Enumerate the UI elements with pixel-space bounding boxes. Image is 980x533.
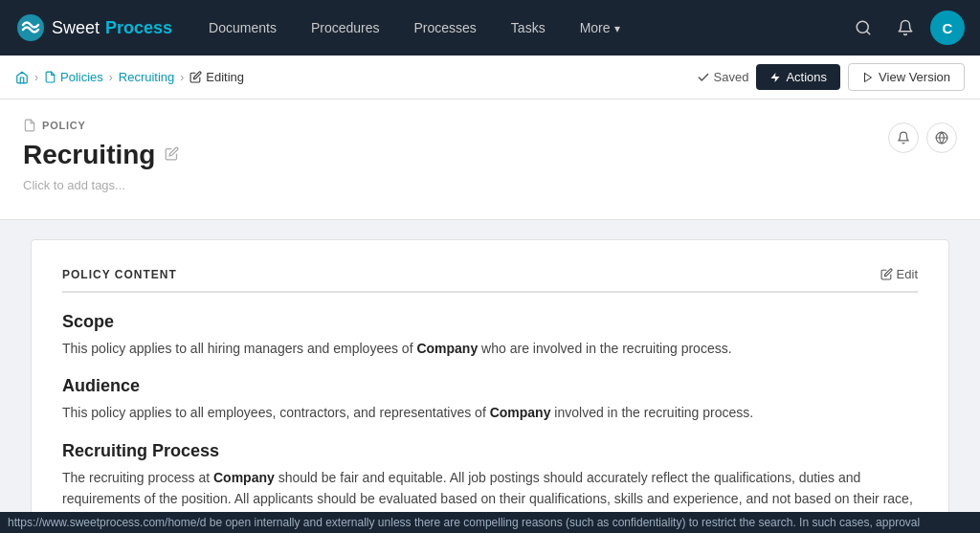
- policy-content-section: POLICY CONTENT Edit Scope This policy ap…: [31, 239, 949, 533]
- scope-heading: Scope: [62, 312, 918, 332]
- user-avatar[interactable]: C: [930, 11, 965, 45]
- globe-icon: [935, 131, 948, 144]
- search-icon: [855, 19, 872, 36]
- audience-text: This policy applies to all employees, co…: [62, 402, 918, 423]
- saved-status: Saved: [697, 70, 749, 84]
- nav-processes[interactable]: Processes: [397, 0, 494, 56]
- logo[interactable]: SweetProcess: [15, 12, 172, 43]
- play-icon: [862, 72, 874, 83]
- section-header: POLICY CONTENT Edit: [62, 267, 918, 293]
- breadcrumb-policies[interactable]: Policies: [44, 70, 103, 84]
- breadcrumb-bar: › Policies › Recruiting › Editing Saved: [0, 56, 980, 100]
- scope-text: This policy applies to all hiring manage…: [62, 338, 918, 359]
- policy-type-label: POLICY: [23, 119, 179, 132]
- section-title: POLICY CONTENT: [62, 268, 177, 281]
- notifications-button[interactable]: [888, 11, 923, 45]
- content-edit-link[interactable]: Edit: [880, 267, 918, 281]
- check-icon: [697, 71, 710, 84]
- search-button[interactable]: [846, 11, 880, 45]
- policy-label-text: POLICY: [42, 120, 86, 131]
- nav-more[interactable]: More: [563, 0, 637, 56]
- svg-marker-3: [771, 73, 780, 82]
- chevron-down-icon: [614, 20, 620, 35]
- edit-icon: [880, 268, 893, 280]
- breadcrumb-sep-2: ›: [109, 71, 113, 84]
- breadcrumb-recruiting[interactable]: Recruiting: [119, 70, 175, 84]
- nav-items: Documents Procedures Processes Tasks Mor…: [191, 0, 846, 56]
- policy-title-row: Recruiting: [23, 140, 179, 170]
- actions-button[interactable]: Actions: [756, 64, 840, 90]
- nav-documents[interactable]: Documents: [191, 0, 294, 56]
- nav-more-label: More: [580, 20, 611, 35]
- nav-right: C: [846, 11, 965, 45]
- breadcrumb-policies-label: Policies: [60, 70, 103, 84]
- breadcrumb-sep-3: ›: [180, 71, 184, 84]
- notifications-policy-button[interactable]: [888, 122, 919, 153]
- status-bar-url: https://www.sweetprocess.com/home/: [8, 516, 200, 529]
- policy-tags[interactable]: Click to add tags...: [23, 178, 179, 192]
- breadcrumb-recruiting-label: Recruiting: [119, 70, 175, 84]
- svg-point-0: [17, 14, 44, 41]
- breadcrumb: › Policies › Recruiting › Editing: [15, 70, 244, 84]
- pencil-icon: [165, 146, 179, 161]
- edit-link-label: Edit: [897, 267, 918, 281]
- logo-icon: [15, 12, 46, 43]
- policy-title-edit-icon[interactable]: [165, 146, 179, 165]
- view-version-label: View Version: [879, 70, 950, 84]
- svg-marker-4: [865, 73, 872, 81]
- lightning-icon: [769, 72, 781, 83]
- recruiting-process-heading: Recruiting Process: [62, 441, 918, 461]
- logo-text-sweet: Sweet: [52, 18, 100, 38]
- policy-label-icon: [23, 119, 36, 132]
- policy-header-card: POLICY Recruiting Click to add tags...: [0, 100, 980, 220]
- audience-heading: Audience: [62, 376, 918, 396]
- svg-line-2: [866, 31, 869, 33]
- globe-policy-button[interactable]: [926, 122, 957, 153]
- top-nav: SweetProcess Documents Procedures Proces…: [0, 0, 980, 56]
- bell-icon: [897, 19, 914, 36]
- breadcrumb-editing-label: Editing: [206, 70, 244, 84]
- breadcrumb-actions: Saved Actions View Version: [697, 63, 965, 91]
- home-icon: [15, 71, 29, 84]
- breadcrumb-home[interactable]: [15, 71, 29, 84]
- nav-procedures[interactable]: Procedures: [294, 0, 397, 56]
- bell-policy-icon: [897, 131, 910, 144]
- status-bar: https://www.sweetprocess.com/home/ d be …: [0, 512, 980, 533]
- view-version-button[interactable]: View Version: [848, 63, 965, 91]
- content-area: POLICY Recruiting Click to add tags...: [0, 100, 980, 533]
- saved-label: Saved: [714, 70, 749, 84]
- policies-icon: [44, 71, 56, 83]
- edit-breadcrumb-icon: [189, 71, 202, 83]
- actions-button-label: Actions: [786, 70, 827, 84]
- nav-tasks[interactable]: Tasks: [494, 0, 563, 56]
- policy-title: Recruiting: [23, 140, 155, 170]
- logo-text-process: Process: [105, 18, 172, 38]
- status-bar-continuation: d be open internally and externally unle…: [200, 516, 920, 529]
- breadcrumb-editing: Editing: [189, 70, 244, 84]
- breadcrumb-sep-1: ›: [34, 71, 38, 84]
